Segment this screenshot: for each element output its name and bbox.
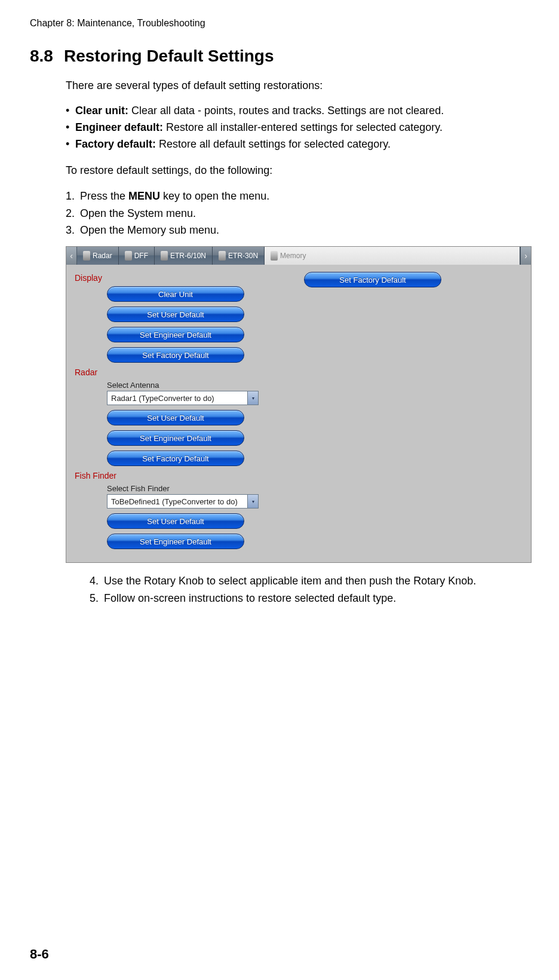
group-header-radar: Radar [75, 368, 286, 377]
tab-handle-icon [219, 251, 226, 261]
panel-body: Display Clear Unit Set User Default Set … [66, 265, 531, 562]
term: Clear unit: [75, 105, 128, 117]
clear-unit-button[interactable]: Clear Unit [107, 286, 244, 302]
step-text: Open the System menu. [80, 207, 196, 219]
tab-radar[interactable]: Radar [77, 247, 119, 265]
dropdown-value: ToBeDefined1 (TypeConverter to do) [108, 497, 247, 506]
list-item: Open the System menu. [66, 205, 529, 222]
right-column: Set Factory Default [304, 270, 441, 554]
term: Engineer default: [75, 121, 163, 133]
restoration-types-list: Clear unit: Clear all data - points, rou… [66, 103, 529, 153]
set-user-default-button[interactable]: Set User Default [107, 410, 244, 425]
section-heading: Restoring Default Settings [64, 47, 274, 65]
set-factory-default-button[interactable]: Set Factory Default [107, 451, 244, 466]
term: Factory default: [75, 138, 156, 150]
tab-handle-icon [83, 251, 90, 261]
select-fish-finder-label: Select Fish Finder [107, 484, 286, 493]
intro-paragraph: There are several types of default setti… [66, 78, 529, 93]
desc: Clear all data - points, routes and trac… [128, 105, 444, 117]
list-item: Press the MENU key to open the menu. [66, 188, 529, 205]
left-column: Display Clear Unit Set User Default Set … [71, 270, 286, 554]
tab-label: ETR-30N [228, 252, 258, 260]
tab-label: Memory [280, 252, 306, 260]
group-fish-finder: Select Fish Finder ToBeDefined1 (TypeCon… [71, 484, 286, 549]
tab-label: ETR-6/10N [170, 252, 206, 260]
tab-label: DFF [134, 252, 148, 260]
desc: Restore all installer-entered settings f… [163, 121, 443, 133]
list-item: Factory default: Restore all default set… [66, 136, 529, 153]
step-text: Open the Memory sub menu. [80, 224, 219, 236]
step-text: Press the [80, 190, 128, 202]
tab-dff[interactable]: DFF [119, 247, 155, 265]
page-header: Chapter 8: Maintenance, Troubleshooting [30, 18, 529, 29]
lead-paragraph: To restore default settings, do the foll… [66, 163, 529, 178]
set-user-default-button[interactable]: Set User Default [107, 307, 244, 322]
tab-memory[interactable]: Memory [265, 247, 520, 265]
dropdown-value: Radar1 (TypeConverter to do) [108, 394, 247, 403]
tab-handle-icon [161, 251, 168, 261]
group-header-fish-finder: Fish Finder [75, 471, 286, 480]
list-item: Engineer default: Restore all installer-… [66, 120, 529, 136]
step-text: key to open the menu. [160, 190, 269, 202]
group-display: Clear Unit Set User Default Set Engineer… [71, 286, 286, 363]
tab-etr30n[interactable]: ETR-30N [213, 247, 265, 265]
tab-handle-icon [271, 251, 278, 261]
page-number: 8-6 [30, 947, 49, 962]
scroll-right-button[interactable]: › [520, 247, 531, 265]
desc: Restore all default settings for selecte… [156, 138, 391, 150]
group-radar: Select Antenna Radar1 (TypeConverter to … [71, 381, 286, 466]
set-engineer-default-button[interactable]: Set Engineer Default [107, 534, 244, 549]
list-item: Open the Memory sub menu. [66, 222, 529, 239]
list-item: Clear unit: Clear all data - points, rou… [66, 103, 529, 120]
select-antenna-label: Select Antenna [107, 381, 286, 390]
tab-handle-icon [125, 251, 132, 261]
set-factory-default-button[interactable]: Set Factory Default [107, 347, 244, 363]
set-engineer-default-button[interactable]: Set Engineer Default [107, 327, 244, 342]
tab-etr610n[interactable]: ETR-6/10N [155, 247, 213, 265]
steps-list-a: Press the MENU key to open the menu. Ope… [66, 188, 529, 239]
select-fish-finder-dropdown[interactable]: ToBeDefined1 (TypeConverter to do) ▾ [107, 494, 259, 509]
scroll-left-button[interactable]: ‹ [66, 247, 77, 265]
set-engineer-default-button[interactable]: Set Engineer Default [107, 430, 244, 446]
steps-list-b: Use the Rotary Knob to select applicable… [90, 572, 529, 607]
set-user-default-button[interactable]: Set User Default [107, 513, 244, 529]
set-factory-default-button[interactable]: Set Factory Default [304, 272, 441, 287]
list-item: Use the Rotary Knob to select applicable… [90, 572, 529, 590]
chevron-down-icon: ▾ [247, 495, 258, 508]
memory-menu-screenshot: ‹ Radar DFF ETR-6/10N ETR-30N Memory › D… [66, 246, 532, 563]
section-title: 8.8Restoring Default Settings [30, 47, 529, 66]
select-antenna-dropdown[interactable]: Radar1 (TypeConverter to do) ▾ [107, 391, 259, 405]
group-header-display: Display [75, 273, 286, 283]
chevron-down-icon: ▾ [247, 391, 258, 405]
tab-bar: ‹ Radar DFF ETR-6/10N ETR-30N Memory › [66, 247, 531, 265]
list-item: Follow on-screen instructions to restore… [90, 590, 529, 607]
step-key: MENU [128, 190, 160, 202]
tab-label: Radar [93, 252, 112, 260]
section-number: 8.8 [30, 47, 53, 65]
